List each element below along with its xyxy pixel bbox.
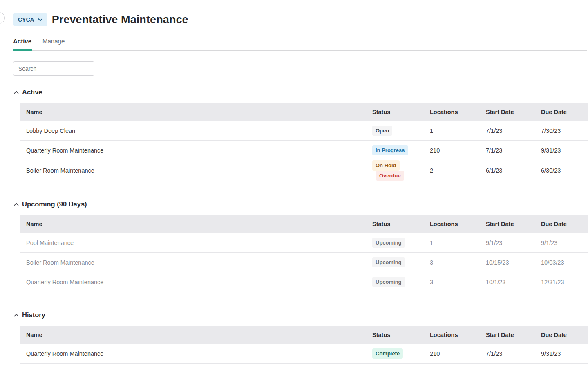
chevron-up-icon bbox=[14, 314, 18, 318]
row-due-date: 9/31/23 bbox=[541, 350, 588, 357]
row-due-date: 7/30/23 bbox=[541, 128, 588, 134]
row-due-date: 6/30/23 bbox=[541, 167, 588, 174]
row-name: Lobby Deep Clean bbox=[20, 128, 372, 134]
row-status: Open bbox=[372, 126, 430, 136]
row-status: Upcoming bbox=[372, 238, 430, 248]
page-title: Preventative Maintenance bbox=[52, 13, 188, 26]
maintenance-table: NameStatusLocationsStart DateDue Date Lo… bbox=[20, 103, 588, 181]
column-header: Due Date bbox=[541, 109, 588, 115]
row-due-date: 9/1/23 bbox=[541, 240, 588, 246]
row-status: Upcoming bbox=[372, 277, 430, 287]
row-start-date: 6/1/23 bbox=[486, 167, 541, 174]
table-row[interactable]: Boiler Room Maintenance On HoldOverdue 2… bbox=[20, 160, 588, 181]
row-locations: 1 bbox=[430, 128, 486, 134]
column-header: Status bbox=[372, 109, 430, 115]
chevron-down-icon bbox=[38, 18, 42, 21]
row-name: Quarterly Room Maintenance bbox=[20, 350, 372, 357]
table-row[interactable]: Quarterly Room Maintenance Complete 210 … bbox=[20, 344, 588, 364]
table-header-row: NameStatusLocationsStart DateDue Date bbox=[20, 326, 588, 344]
section-history: History NameStatusLocationsStart DateDue… bbox=[0, 311, 588, 364]
row-status: Upcoming bbox=[372, 257, 430, 267]
search-input[interactable] bbox=[13, 61, 94, 76]
sections: Active NameStatusLocationsStart DateDue … bbox=[0, 88, 588, 364]
row-start-date: 7/1/23 bbox=[486, 350, 541, 357]
column-header: Name bbox=[20, 332, 372, 338]
row-due-date: 10/03/23 bbox=[541, 259, 588, 266]
section-title: History bbox=[22, 311, 45, 319]
row-name: Pool Maintenance bbox=[20, 240, 372, 246]
tab-active[interactable]: Active bbox=[13, 36, 32, 51]
row-due-date: 9/31/23 bbox=[541, 147, 588, 154]
row-start-date: 9/1/23 bbox=[486, 240, 541, 246]
table-header-row: NameStatusLocationsStart DateDue Date bbox=[20, 103, 588, 121]
column-header: Locations bbox=[430, 332, 486, 338]
page-header: CYCA Preventative Maintenance bbox=[0, 0, 588, 26]
section-toggle[interactable]: History bbox=[15, 311, 45, 319]
status-badge: Upcoming bbox=[372, 257, 405, 267]
row-locations: 210 bbox=[430, 350, 486, 357]
section-title: Upcoming (90 Days) bbox=[22, 200, 87, 208]
table-row[interactable]: Pool Maintenance Upcoming 1 9/1/23 9/1/2… bbox=[20, 233, 588, 253]
row-name: Boiler Room Maintenance bbox=[20, 259, 372, 266]
tab-manage[interactable]: Manage bbox=[42, 36, 65, 51]
section-title: Active bbox=[22, 88, 42, 96]
tab-bar: Active Manage bbox=[13, 36, 587, 51]
column-header: Locations bbox=[430, 221, 486, 227]
column-header: Start Date bbox=[486, 221, 541, 227]
status-badge: Upcoming bbox=[372, 277, 405, 287]
row-status: On HoldOverdue bbox=[372, 160, 430, 181]
table-header-row: NameStatusLocationsStart DateDue Date bbox=[20, 215, 588, 233]
column-header: Name bbox=[20, 221, 372, 227]
table-row[interactable]: Lobby Deep Clean Open 1 7/1/23 7/30/23 bbox=[20, 121, 588, 141]
column-header: Status bbox=[372, 221, 430, 227]
row-status: In Progress bbox=[372, 145, 430, 155]
row-name: Quarterly Room Maintenance bbox=[20, 147, 372, 154]
maintenance-table: NameStatusLocationsStart DateDue Date Po… bbox=[20, 215, 588, 292]
maintenance-table: NameStatusLocationsStart DateDue Date Qu… bbox=[20, 326, 588, 364]
chevron-up-icon bbox=[14, 203, 18, 207]
section-upcoming-90-days: Upcoming (90 Days) NameStatusLocationsSt… bbox=[0, 200, 588, 292]
status-badge: Upcoming bbox=[372, 238, 405, 248]
section-active: Active NameStatusLocationsStart DateDue … bbox=[0, 88, 588, 181]
row-start-date: 10/15/23 bbox=[486, 259, 541, 266]
column-header: Status bbox=[372, 332, 430, 338]
row-locations: 1 bbox=[430, 240, 486, 246]
column-header: Name bbox=[20, 109, 372, 115]
row-locations: 210 bbox=[430, 147, 486, 154]
row-locations: 3 bbox=[430, 259, 486, 266]
row-start-date: 10/1/23 bbox=[486, 279, 541, 285]
column-header: Start Date bbox=[486, 332, 541, 338]
row-locations: 2 bbox=[430, 167, 486, 174]
row-status: Complete bbox=[372, 348, 430, 359]
row-locations: 3 bbox=[430, 279, 486, 285]
table-body: Quarterly Room Maintenance Complete 210 … bbox=[20, 344, 588, 364]
status-badge: Open bbox=[372, 126, 392, 136]
row-start-date: 7/1/23 bbox=[486, 128, 541, 134]
column-header: Locations bbox=[430, 109, 486, 115]
row-start-date: 7/1/23 bbox=[486, 147, 541, 154]
table-row[interactable]: Quarterly Room Maintenance In Progress 2… bbox=[20, 141, 588, 160]
row-name: Quarterly Room Maintenance bbox=[20, 279, 372, 285]
table-row[interactable]: Boiler Room Maintenance Upcoming 3 10/15… bbox=[20, 253, 588, 272]
status-badge: In Progress bbox=[372, 145, 408, 155]
table-body: Lobby Deep Clean Open 1 7/1/23 7/30/23 Q… bbox=[20, 121, 588, 181]
org-selector-label: CYCA bbox=[18, 16, 34, 23]
org-selector[interactable]: CYCA bbox=[13, 13, 47, 26]
status-badge: Overdue bbox=[376, 171, 404, 181]
column-header: Due Date bbox=[541, 221, 588, 227]
table-row[interactable]: Quarterly Room Maintenance Upcoming 3 10… bbox=[20, 272, 588, 292]
row-due-date: 12/31/23 bbox=[541, 279, 588, 285]
section-toggle[interactable]: Upcoming (90 Days) bbox=[15, 200, 87, 208]
section-toggle[interactable]: Active bbox=[15, 88, 42, 96]
chevron-up-icon bbox=[14, 91, 18, 95]
preventative-maintenance-page: ‹ CYCA Preventative Maintenance Active M… bbox=[0, 0, 588, 368]
status-badge: Complete bbox=[372, 348, 403, 359]
column-header: Start Date bbox=[486, 109, 541, 115]
row-name: Boiler Room Maintenance bbox=[20, 167, 372, 174]
table-body: Pool Maintenance Upcoming 1 9/1/23 9/1/2… bbox=[20, 233, 588, 292]
column-header: Due Date bbox=[541, 332, 588, 338]
status-badge: On Hold bbox=[372, 160, 400, 171]
